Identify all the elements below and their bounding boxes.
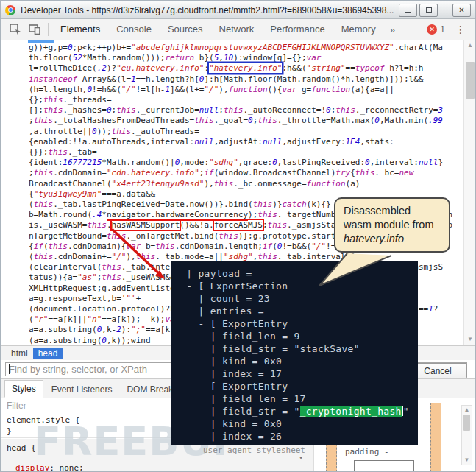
styles-scrollbar[interactable]: ▲ ▼ [461,405,472,465]
devtools-toolbar: ElementsConsoleSourcesNetworkPerformance… [1,19,475,40]
wasm-dump-line: | index = 17 [180,367,418,380]
code-line: (h=l.length,0!=h&&("/"!=l[h-1]&&(l+="/")… [1,85,462,95]
scroll-down-icon[interactable]: ▼ [462,457,472,463]
tab-sources[interactable]: Sources [160,19,211,40]
elements-scrollbar[interactable]: ▲ ▼ [463,40,476,345]
code-line: g))+g,p=0;p<k;++p)b+="abcdefghijklmnopqr… [1,43,462,53]
highlight-box-haswasmsupport: hasWASMSupport [112,220,180,230]
tab-console[interactable]: Console [108,19,160,40]
maximize-icon [426,7,432,13]
menu-dots-icon[interactable]: ⋮ [455,24,466,35]
breadcrumb-item-head[interactable]: head [33,348,63,359]
code-line: BroadcastChannel("x4ert23tenqyu9asd"),th… [1,179,462,189]
box-model-padding-right[interactable] [430,403,441,472]
tab-memory[interactable]: Memory [333,19,384,40]
tab-performance[interactable]: Performance [262,19,333,40]
devtools-window: Developer Tools - https://d3iz6lralvg77g… [0,0,476,472]
callout-domain: hatevery.info [344,233,404,244]
box-model-content-box[interactable] [354,460,414,472]
head-declaration[interactable]: display: none; [1,454,313,472]
wasm-dump-line: | payload = [180,267,418,280]
minimize-icon [405,12,411,13]
box-model-padding-label: padding - [345,447,389,457]
wasm-dump-line: - [ ExportSection [180,280,418,292]
sidebar-tab-event-listeners[interactable]: Event Listeners [45,381,119,398]
code-line: {};this._threads= [1,95,462,105]
code-line: ;this._totalHashesFromDeadThreads=this._… [1,116,462,126]
scrollbar-thumb[interactable] [466,62,475,99]
breadcrumb-item-html[interactable]: html [6,348,33,359]
code-line: {enabled:!!a.autoThreads,interval:null,a… [1,137,462,147]
stylesheet-origin-label: user agent stylesheet [203,445,305,455]
title-bar: Developer Tools - https://d3iz6lralvg77g… [1,1,475,19]
toolbar-right: ✕ 1 ⋮ [427,24,470,35]
wasm-dump-line: | field_str = "_cryptonight_hash" [180,405,418,418]
wasm-dump-line: - [ ExportEntry [180,380,418,392]
device-toolbar-icon[interactable] [28,23,41,36]
underline-hardware-concurrency: navigator.hardwareConcurrency [107,210,248,221]
chrome-icon [5,5,15,15]
wasm-dump-line: | field_len = 9 [180,330,418,342]
wasm-dump-line: - [ ExportEntry [180,317,418,330]
highlight-box-forceasmjs: forceASMJS [214,220,263,230]
wasm-dump-line: | field_str = "stackSave" [180,342,418,355]
inspect-element-icon[interactable] [9,23,22,36]
selected-export-name: _cryptonight_hash [300,406,402,417]
more-tabs-chevron-icon[interactable]: » [384,24,401,35]
wasm-dump-line: | kind = 0x0 [180,418,418,430]
scroll-down-icon[interactable]: ▼ [464,337,476,342]
wasm-dump-line: | field_len = 17 [180,392,418,405]
annotation-callout: Disassembled wasm module from hatevery.i… [334,197,450,253]
toolbar-separator [48,23,49,36]
sidebar-tab-styles[interactable]: Styles [4,380,43,398]
terminal-caret [402,406,403,416]
maximize-button[interactable] [419,4,438,17]
error-count: 1 [440,24,445,35]
code-line: th.floor(52*Math.random()));return b}(5,… [1,53,462,63]
error-badge-icon[interactable]: ✕ [427,24,437,35]
wasm-dump-line: | entries = [180,305,418,317]
code-line: {}};this._tab= [1,147,462,158]
panel-tabs: ElementsConsoleSourcesNetworkPerformance… [52,19,384,40]
minimize-button[interactable] [399,4,417,17]
code-line: l=rollTheDice(.2)?"eu.hatevery.info":"ha… [1,63,462,74]
tab-elements[interactable]: Elements [52,19,108,40]
scrollbar-thumb[interactable] [463,415,470,431]
code-line: [];this._hashes=0;this._currentJob=null;… [1,105,462,116]
tab-network[interactable]: Network [211,19,263,40]
scroll-up-icon[interactable]: ▲ [464,43,476,49]
wasm-dump-line: | count = 23 [180,292,418,305]
origin-dropdown-icon[interactable]: ▾ [299,454,302,461]
css-property-name: display [15,463,49,472]
wasm-disassembly-terminal: | payload = - [ ExportSection | count = … [171,261,418,445]
code-line: ,a.throttle||0));this._autoThreads= [1,127,462,137]
callout-text: Disassembled wasm module from [344,205,433,230]
code-line: ;this.cdnDomain="cdn.hatevery.info";if(w… [1,168,462,178]
scroll-up-icon[interactable]: ▲ [462,407,472,413]
css-property-value: : none; [49,463,83,472]
code-line: {ident:16777215*Math.random()|0,mode:"sd… [1,158,462,168]
text-caret [9,364,10,374]
wasm-dump-line: | index = 26 [180,430,418,443]
wasm-dump-line: | kind = 0x0 [180,355,418,367]
window-title: Developer Tools - https://d3iz6lralvg77g… [21,5,397,15]
close-button[interactable]: ✕ [452,4,471,17]
code-line: instanceof Array&&(l=1==h.length?h[0]:h[… [1,74,462,85]
highlight-box-hatevery-info: "hatevery.info" [209,63,282,73]
